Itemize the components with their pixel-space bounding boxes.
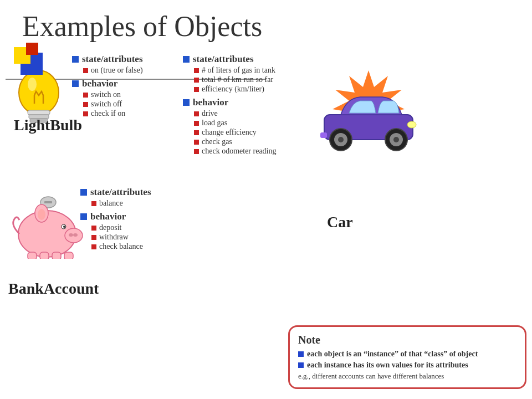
svg-point-0 [19,70,59,115]
svg-rect-1 [28,110,50,115]
car-state-bullet-0 [194,68,199,73]
car-state-bullet-1 [194,78,199,83]
car-state-title: state/attributes [183,54,310,65]
svg-point-14 [38,209,45,220]
ba-state-item-0: balance [80,199,151,208]
lb-behavior-item-1: switch off [72,100,143,109]
ba-behavior-item-2: check balance [80,242,151,251]
lb-behavior-item-0: switch on [72,90,143,99]
note-bullet-text-0: each object is an “instance” of that “cl… [307,350,478,359]
car-behavior-bullet-4 [194,149,199,154]
note-bullet-icon-1 [298,362,304,368]
lb-state-bullet-0 [83,68,88,73]
lb-behavior-bullet-0 [83,93,88,98]
note-bullet-1: each instance has its own values for its… [298,361,516,370]
note-bullet-text-1: each instance has its own values for its… [307,361,468,370]
car-state-bullet-2 [194,87,199,92]
page-title: Examples of Objects [0,0,532,48]
left-column: LightBulb state/attributes on (true or f… [0,48,177,397]
car-state-item-0: # of liters of gas in tank [183,66,310,75]
ba-behavior-bullet-0 [91,226,96,231]
bankaccount-label: BankAccount [8,280,99,298]
car-state-item-2: efficiency (km/liter) [183,85,310,94]
car-behavior-item-1: load gas [183,119,310,127]
svg-rect-16 [40,252,49,259]
ba-behavior-item-1: withdraw [80,233,151,242]
car-behavior-item-0: drive [183,109,310,118]
lb-state-item-0: on (true or false) [72,66,143,75]
lightbulb-image: LightBulb [11,65,66,137]
lb-behavior-icon [72,80,79,87]
svg-point-23 [338,137,344,142]
bankaccount-section: BankAccount state/attributes balance beh… [6,181,177,303]
car-behavior-icon [183,99,190,106]
car-behavior-bullet-1 [194,121,199,126]
lb-behavior-title: behavior [72,78,143,89]
note-title: Note [298,334,516,346]
svg-point-27 [407,121,416,128]
bankaccount-info: state/attributes balance behavior deposi… [80,187,151,252]
car-behavior-bullet-0 [194,111,199,116]
lb-behavior-bullet-1 [83,102,88,107]
car-section: state/attributes # of liters of gas in t… [177,48,532,259]
svg-rect-6 [44,201,52,203]
ba-behavior-bullet-2 [91,244,96,249]
lightbulb-info: state/attributes on (true or false) beha… [72,54,143,119]
right-column: state/attributes # of liters of gas in t… [177,48,532,397]
lb-behavior-bullet-2 [83,111,88,116]
car-label: Car [327,213,353,231]
content-area: LightBulb state/attributes on (true or f… [0,48,532,397]
svg-point-4 [28,78,37,91]
car-behavior-item-2: change efficiency [183,128,310,137]
note-sub-text: e.g., different accounts can have differ… [298,372,444,381]
ba-behavior-title: behavior [80,211,151,222]
ba-behavior-icon [80,213,87,220]
car-state-item-1: total # of km run so far [183,75,310,84]
lb-behavior-item-2: check if on [72,109,143,118]
note-sub-bullet: e.g., different accounts can have differ… [298,372,516,381]
note-bullet-icon-0 [298,351,304,357]
svg-rect-17 [52,252,61,259]
svg-rect-18 [64,252,73,259]
svg-point-12 [63,226,65,228]
note-box: Note each object is an “instance” of tha… [288,325,526,389]
ba-behavior-item-0: deposit [80,223,151,232]
lightbulb-label: LightBulb [14,116,82,134]
car-info: state/attributes # of liters of gas in t… [183,54,310,259]
note-bullet-0: each object is an “instance” of that “cl… [298,350,516,359]
car-behavior-bullet-2 [194,130,199,135]
svg-point-10 [73,233,78,237]
car-behavior-item-4: check odometer reading [183,147,310,156]
svg-rect-28 [320,132,327,138]
ba-state-title: state/attributes [80,187,151,198]
car-behavior-item-3: check gas [183,137,310,146]
car-state-icon [183,56,190,63]
ba-state-icon [80,189,87,196]
car-behavior-bullet-3 [194,140,199,145]
ba-behavior-bullet-1 [91,235,96,240]
ba-state-bullet-0 [91,201,96,206]
lb-state-title: state/attributes [72,54,143,65]
svg-rect-15 [28,252,37,259]
svg-point-26 [393,137,399,142]
lb-state-icon [72,56,79,63]
piggybank-image: BankAccount [8,192,75,253]
car-image-area: Car [310,65,432,259]
car-behavior-title: behavior [183,97,310,108]
svg-point-9 [69,233,73,237]
